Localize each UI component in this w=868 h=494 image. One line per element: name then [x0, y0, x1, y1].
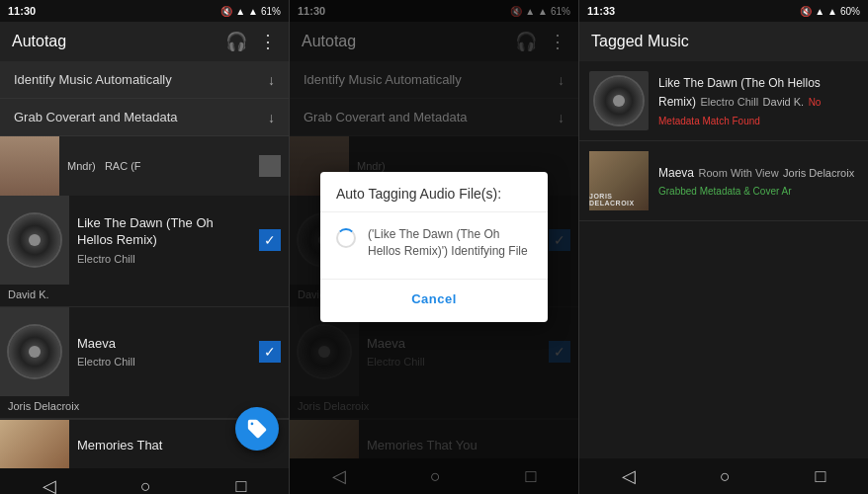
status-bar-3: 11:33 🔇 ▲ ▲ 60% [579, 0, 868, 22]
art-strip-1: Mndr) RAC (F [0, 136, 289, 196]
tagged-genre-2: Room With View [698, 167, 778, 179]
back-btn-3[interactable]: ◁ [622, 465, 636, 487]
battery-3: 60% [840, 6, 860, 17]
signal-icon-3: ▲ [815, 6, 825, 17]
dialog-title-2: Auto Tagging Audio File(s): [320, 172, 548, 212]
tagged-info-1: Like The Dawn (The Oh Hellos Remix) Elec… [658, 73, 858, 127]
vinyl-center-tagged-1 [613, 95, 625, 107]
status-icons-1: 🔇 ▲ ▲ 61% [220, 6, 281, 17]
tagged-song-1: Like The Dawn (The Oh Hellos Remix) Elec… [579, 61, 868, 141]
vinyl-center-2 [29, 346, 41, 358]
wifi-icon-3: ▲ [827, 6, 837, 17]
song-checkbox-1[interactable]: ✓ [259, 229, 281, 251]
bottom-nav-1: ◁ ○ □ [0, 468, 289, 494]
strip-checkbox-1[interactable] [259, 155, 281, 177]
headphone-icon[interactable]: 🎧 [225, 31, 247, 52]
song-checkbox-area-1[interactable]: ✓ [251, 221, 289, 259]
song-genre-1: Electro Chill [77, 253, 243, 265]
tagged-title-2: Maeva [658, 166, 694, 180]
tagged-genre-1: Electro Chill [700, 96, 758, 108]
song-title-1: Like The Dawn (The Oh Hellos Remix) [77, 215, 243, 249]
tag-icon [246, 418, 268, 440]
tagged-art-1 [589, 71, 649, 130]
tagged-status-2: Grabbed Metadata & Cover Ar [658, 186, 792, 197]
dialog-cancel-btn-2[interactable]: Cancel [399, 286, 469, 312]
status-bar-1: 11:30 🔇 ▲ ▲ 61% [0, 0, 289, 22]
panel-2: 11:30 🔇 ▲ ▲ 61% Autotag 🎧 ⋮ Identify Mus… [290, 0, 579, 494]
home-btn-3[interactable]: ○ [720, 466, 731, 487]
fab-1[interactable] [235, 407, 279, 451]
time-3: 11:33 [587, 5, 615, 17]
more-vert-icon[interactable]: ⋮ [259, 31, 277, 52]
song-row-inner-2: Maeva Electro Chill ✓ [0, 307, 289, 396]
song-checkbox-area-2[interactable]: ✓ [251, 333, 289, 370]
strip-label-1: Mndr) RAC (F [67, 160, 141, 172]
vinyl-tagged-1 [595, 77, 643, 124]
vinyl-2 [9, 326, 60, 377]
song-info-2: Maeva Electro Chill [69, 326, 251, 378]
dialog-body-2: ('Like The Dawn (The Oh Hellos Remix)') … [320, 212, 548, 274]
mute-icon: 🔇 [220, 6, 232, 17]
app-title-1: Autotag [12, 33, 66, 50]
menu-grab-arrow-1: ↓ [268, 110, 275, 125]
dialog-message-2: ('Like The Dawn (The Oh Hellos Remix)') … [368, 226, 532, 260]
song-art-2 [0, 307, 69, 396]
battery-1: 61% [261, 6, 281, 17]
song-checkbox-2[interactable]: ✓ [259, 341, 281, 363]
memories-title-1: Memories That [77, 438, 162, 453]
joris-label: JORIS DELACROIX [589, 193, 649, 206]
time-1: 11:30 [8, 5, 36, 17]
vinyl-1 [9, 214, 60, 266]
strip-photo-1 [0, 136, 59, 196]
recent-btn-1[interactable]: □ [235, 476, 246, 495]
mute-icon-3: 🔇 [800, 6, 812, 17]
strip-detail-1: Mndr) RAC (F [59, 136, 289, 196]
tagged-info-2: Maeva Room With View Joris Delacroix Gra… [658, 163, 858, 200]
app-bar-3: Tagged Music [579, 22, 868, 61]
song-item-1: Like The Dawn (The Oh Hellos Remix) Elec… [0, 196, 289, 307]
panel-1: 11:30 🔇 ▲ ▲ 61% Autotag 🎧 ⋮ Identify Mus… [0, 0, 290, 494]
song-item-2: Maeva Electro Chill ✓ Joris Delacroix [0, 307, 289, 419]
dialog-spinner-2 [336, 228, 356, 248]
app-title-3: Tagged Music [591, 33, 689, 50]
dialog-actions-2: Cancel [320, 279, 548, 322]
bottom-nav-3: ◁ ○ □ [579, 458, 868, 494]
song-artist-1: David K. [0, 285, 289, 306]
wifi-icon: ▲ [248, 6, 258, 17]
status-icons-3: 🔇 ▲ ▲ 60% [800, 6, 860, 17]
dialog-box-2: Auto Tagging Audio File(s): ('Like The D… [320, 172, 548, 323]
home-btn-1[interactable]: ○ [140, 476, 151, 495]
vinyl-center-1 [29, 234, 41, 246]
app-bar-icons-1: 🎧 ⋮ [225, 31, 277, 52]
tagged-song-2: JORIS DELACROIX Maeva Room With View Jor… [579, 141, 868, 221]
song-info-1: Like The Dawn (The Oh Hellos Remix) Elec… [69, 206, 251, 275]
back-btn-1[interactable]: ◁ [43, 475, 56, 494]
dialog-overlay-2: Auto Tagging Audio File(s): ('Like The D… [290, 0, 578, 494]
menu-identify-arrow-1: ↓ [268, 72, 275, 88]
app-bar-1: Autotag 🎧 ⋮ [0, 22, 289, 61]
menu-identify-1[interactable]: Identify Music Automatically ↓ [0, 61, 289, 99]
recent-btn-3[interactable]: □ [815, 466, 825, 487]
tagged-artist-2: Joris Delacroix [783, 167, 854, 179]
signal-icon: ▲ [235, 6, 245, 17]
menu-grab-label-1: Grab Coverart and Metadata [14, 110, 177, 124]
tagged-art-2: JORIS DELACROIX [589, 151, 649, 210]
song-row-inner-1: Like The Dawn (The Oh Hellos Remix) Elec… [0, 196, 289, 285]
song-title-2: Maeva [77, 336, 243, 353]
song-art-1 [0, 196, 69, 285]
menu-identify-label-1: Identify Music Automatically [14, 72, 172, 87]
panel-3: 11:33 🔇 ▲ ▲ 60% Tagged Music Like The Da… [579, 0, 868, 494]
song-genre-2: Electro Chill [77, 356, 243, 368]
menu-grab-1[interactable]: Grab Coverart and Metadata ↓ [0, 99, 289, 136]
memories-art-1 [0, 420, 69, 469]
tagged-artist-1: David K. [763, 96, 805, 108]
